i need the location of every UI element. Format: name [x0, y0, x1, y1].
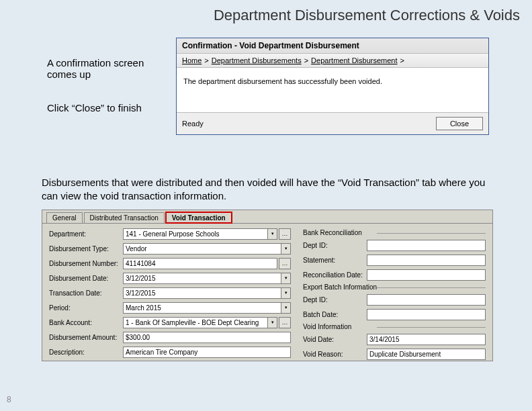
dialog-statusbar: Ready Close: [177, 112, 488, 134]
tab-void-transaction[interactable]: Void Transaction: [166, 212, 232, 223]
label-disb-date: Disbursement Date:: [49, 275, 123, 282]
tab-general[interactable]: General: [46, 212, 83, 223]
dialog-message: The department disbursement has successf…: [177, 68, 488, 112]
form-left-column: Department:141 - General Purpose Schools…: [49, 228, 291, 355]
label-trans-date: Transaction Date:: [49, 289, 123, 297]
label-department: Department:: [49, 230, 123, 238]
lookup-button[interactable]: …: [279, 258, 291, 269]
lookup-button[interactable]: …: [279, 228, 291, 240]
crumb-sep: >: [400, 56, 404, 64]
field-batch-date[interactable]: [367, 309, 486, 320]
field-deptid2[interactable]: [367, 294, 486, 306]
label-period: Period:: [49, 304, 123, 312]
dialog-title: Confirmation - Void Department Disbursem…: [177, 38, 488, 54]
status-text: Ready: [182, 120, 204, 128]
field-recon-date[interactable]: [367, 269, 486, 281]
field-amount[interactable]: $300.00: [123, 332, 291, 343]
tabs: General Distributed Transaction Void Tra…: [42, 210, 492, 223]
form-right-column: Bank Reconciliation Dept ID: Statement: …: [303, 228, 486, 355]
label-void-date: Void Date:: [303, 336, 367, 343]
confirmation-dialog: Confirmation - Void Department Disbursem…: [176, 38, 489, 135]
field-department[interactable]: 141 - General Purpose Schools: [123, 228, 268, 240]
explanation-text: Disbursements that were distributed and …: [42, 176, 492, 202]
label-bank: Bank Account:: [49, 319, 123, 326]
dropdown-icon[interactable]: ▾: [268, 228, 277, 240]
label-amount: Disbursement Amount:: [49, 334, 123, 341]
label-statement: Statement:: [303, 257, 367, 264]
calendar-icon[interactable]: ▾: [281, 273, 291, 284]
label-deptid: Dept ID:: [303, 242, 367, 249]
tab-distributed[interactable]: Distributed Transaction: [84, 212, 165, 223]
label-deptid2: Dept ID:: [303, 296, 367, 304]
crumb-disbursements[interactable]: Department Disbursements: [212, 56, 302, 64]
page-number: 8: [7, 395, 11, 404]
disbursement-form: General Distributed Transaction Void Tra…: [42, 210, 493, 361]
field-disb-date[interactable]: 3/12/2015: [123, 273, 281, 284]
calendar-icon[interactable]: ▾: [281, 287, 291, 299]
field-statement[interactable]: [367, 255, 486, 266]
crumb-sep: >: [204, 56, 208, 64]
slide-title: Department Disbursement Corrections & Vo…: [214, 7, 520, 24]
crumb-disbursement[interactable]: Department Disbursement: [311, 56, 397, 64]
field-trans-date[interactable]: 3/12/2015: [123, 287, 281, 299]
group-export-batch: Export Batch Information: [303, 283, 486, 291]
crumb-home[interactable]: Home: [182, 56, 202, 64]
close-button[interactable]: Close: [436, 117, 483, 130]
field-bank[interactable]: 1 - Bank Of Sampleville - BOE Dept Clear…: [123, 317, 268, 328]
label-description: Description:: [49, 349, 123, 356]
note-confirmation: A confirmation screen comes up: [47, 57, 161, 80]
breadcrumb: Home > Department Disbursements > Depart…: [177, 54, 488, 68]
dropdown-icon[interactable]: ▾: [268, 317, 277, 328]
field-deptid[interactable]: [367, 240, 486, 251]
field-void-reason[interactable]: Duplicate Disbursement: [367, 349, 486, 360]
field-type[interactable]: Vendor: [123, 243, 281, 255]
field-void-date[interactable]: 3/14/2015: [367, 334, 486, 345]
label-number: Disbursement Number:: [49, 260, 123, 267]
note-click-close: Click “Close” to finish: [47, 102, 142, 113]
field-period[interactable]: March 2015: [123, 302, 281, 314]
group-void-info: Void Information: [303, 323, 486, 330]
field-description[interactable]: American Tire Company: [123, 347, 291, 358]
label-type: Disbursement Type:: [49, 245, 123, 253]
lookup-button[interactable]: …: [279, 317, 291, 328]
dropdown-icon[interactable]: ▾: [281, 302, 291, 314]
label-recon-date: Reconciliation Date:: [303, 271, 367, 279]
crumb-sep: >: [304, 56, 308, 64]
label-void-reason: Void Reason:: [303, 351, 367, 358]
label-batch-date: Batch Date:: [303, 311, 367, 318]
dropdown-icon[interactable]: ▾: [281, 243, 291, 255]
field-number[interactable]: 41141084: [123, 258, 277, 269]
group-bank-reconciliation: Bank Reconciliation: [303, 229, 486, 236]
